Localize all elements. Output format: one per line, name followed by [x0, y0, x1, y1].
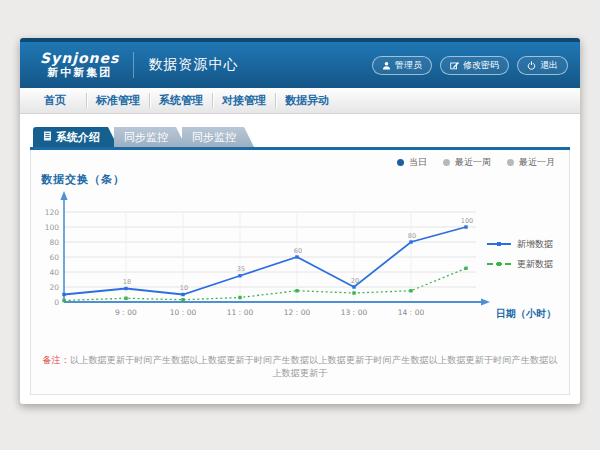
admin-user-label: 管理员: [395, 59, 422, 72]
tab-label: 同步监控: [192, 130, 236, 145]
admin-user-button[interactable]: 管理员: [372, 56, 432, 75]
tab-label: 同步监控: [124, 130, 168, 145]
svg-text:120: 120: [45, 208, 60, 217]
svg-text:80: 80: [408, 232, 416, 240]
chart-panel: 当日 最近一周 最近一月 数据交换（条） 0204060801001209：00…: [30, 150, 570, 395]
note-prefix: 备注：: [42, 355, 70, 365]
tab-label: 系统介绍: [56, 130, 100, 145]
radio-last-month[interactable]: 最近一月: [507, 156, 555, 169]
svg-text:60: 60: [294, 247, 302, 255]
svg-text:100: 100: [461, 217, 473, 225]
legend-item-new-data[interactable]: 新增数据: [487, 234, 559, 254]
tab-sync-monitor-1[interactable]: 同步监控: [114, 127, 186, 147]
nav-item-data-change[interactable]: 数据异动: [276, 88, 338, 113]
svg-text:11：00: 11：00: [227, 308, 254, 317]
radio-last-week[interactable]: 最近一周: [443, 156, 491, 169]
edit-icon: [450, 61, 459, 70]
legend-label: 新增数据: [517, 238, 553, 251]
app-header: Synjones 新中新集团 数据资源中心 管理员 修改密码: [20, 42, 580, 88]
main-nav: 首页 标准管理 系统管理 对接管理 数据异动: [20, 88, 580, 114]
legend-item-updated-data[interactable]: 更新数据: [487, 254, 559, 274]
solid-line-sample-icon: [487, 243, 511, 245]
svg-text:80: 80: [49, 238, 59, 247]
chart-legend: 新增数据 更新数据: [487, 234, 559, 274]
user-icon: [382, 61, 391, 70]
svg-text:20: 20: [351, 277, 359, 285]
logout-button[interactable]: 退出: [517, 56, 568, 75]
tab-sync-monitor-2[interactable]: 同步监控: [182, 127, 254, 147]
svg-text:35: 35: [237, 265, 245, 273]
change-password-label: 修改密码: [463, 59, 499, 72]
radio-label: 当日: [409, 156, 427, 169]
radio-label: 最近一周: [455, 156, 491, 169]
logout-label: 退出: [540, 59, 558, 72]
tab-system-intro[interactable]: 系统介绍: [33, 127, 118, 147]
page-title: 数据资源中心: [148, 56, 238, 74]
dotted-line-sample-icon: [487, 263, 511, 265]
svg-text:0: 0: [54, 298, 59, 307]
logo-text-cn: 新中新集团: [40, 67, 119, 79]
radio-dot-icon: [397, 159, 404, 166]
radio-dot-icon: [443, 159, 450, 166]
time-range-filter: 当日 最近一周 最近一月: [397, 156, 555, 169]
svg-text:13：00: 13：00: [341, 308, 368, 317]
svg-text:40: 40: [49, 268, 59, 277]
radio-label: 最近一月: [519, 156, 555, 169]
company-logo: Synjones 新中新集团: [40, 51, 119, 78]
radio-today[interactable]: 当日: [397, 156, 427, 169]
svg-text:14：00: 14：00: [398, 308, 425, 317]
legend-label: 更新数据: [517, 258, 553, 271]
footer-note: 备注：以上数据更新于时间产生数据以上数据更新于时间产生数据以上数据更新于时间产生…: [41, 354, 559, 380]
tab-bar: 系统介绍 同步监控 同步监控: [33, 127, 570, 147]
svg-text:9：00: 9：00: [115, 308, 137, 317]
svg-text:100: 100: [45, 223, 60, 232]
radio-dot-icon: [507, 159, 514, 166]
nav-item-interface-mgmt[interactable]: 对接管理: [213, 88, 275, 113]
nav-item-standard-mgmt[interactable]: 标准管理: [87, 88, 149, 113]
document-icon: [43, 131, 52, 144]
header-actions: 管理员 修改密码 退出: [372, 56, 568, 75]
power-icon: [527, 61, 536, 70]
nav-item-home[interactable]: 首页: [24, 88, 86, 113]
svg-text:10：00: 10：00: [170, 308, 197, 317]
svg-text:日期（小时）: 日期（小时）: [496, 308, 556, 319]
header-divider: [133, 52, 134, 78]
logo-text-en: Synjones: [40, 51, 119, 66]
svg-text:18: 18: [123, 278, 131, 286]
content-area: 系统介绍 同步监控 同步监控 当日 最近一周: [20, 114, 580, 395]
app-window: Synjones 新中新集团 数据资源中心 管理员 修改密码: [20, 38, 580, 404]
svg-text:60: 60: [49, 253, 59, 262]
svg-text:10: 10: [180, 284, 188, 292]
change-password-button[interactable]: 修改密码: [440, 56, 509, 75]
svg-text:20: 20: [49, 283, 59, 292]
svg-text:12：00: 12：00: [284, 308, 311, 317]
nav-item-system-mgmt[interactable]: 系统管理: [150, 88, 212, 113]
note-text: 以上数据更新于时间产生数据以上数据更新于时间产生数据以上数据更新于时间产生数据以…: [70, 355, 558, 378]
